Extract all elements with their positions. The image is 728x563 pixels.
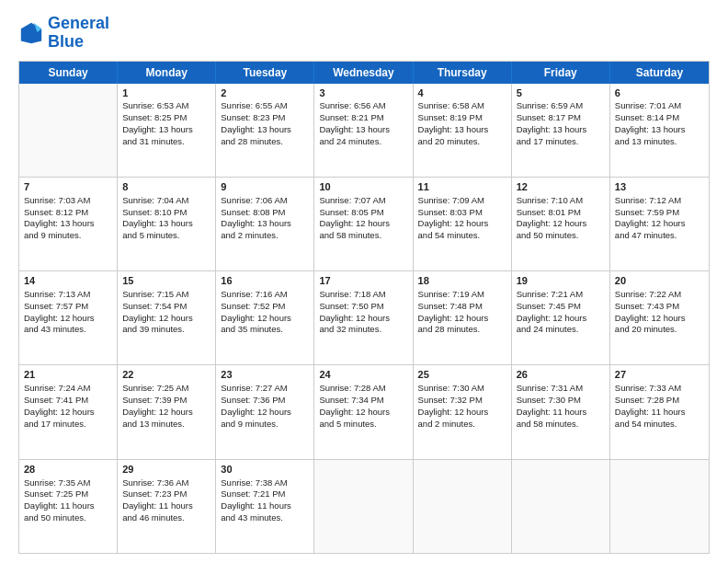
day-number: 10 — [319, 180, 407, 194]
day-info-line-0: Sunrise: 7:31 AM — [517, 383, 605, 395]
day-cell-1: 1Sunrise: 6:53 AMSunset: 8:25 PMDaylight… — [118, 84, 216, 177]
day-info-line-3: and 17 minutes. — [517, 136, 605, 148]
day-info-line-3: and 43 minutes. — [221, 512, 309, 524]
empty-cell — [512, 460, 610, 553]
day-info-line-3: and 58 minutes. — [319, 230, 407, 242]
day-info-line-1: Sunset: 7:34 PM — [319, 395, 407, 407]
day-info-line-1: Sunset: 8:05 PM — [319, 207, 407, 219]
day-info-line-1: Sunset: 8:23 PM — [221, 112, 309, 124]
day-info-line-0: Sunrise: 7:38 AM — [221, 477, 309, 489]
day-number: 30 — [221, 463, 309, 477]
calendar-body: 1Sunrise: 6:53 AMSunset: 8:25 PMDaylight… — [19, 84, 709, 553]
day-info-line-2: Daylight: 11 hours — [122, 500, 210, 512]
day-info-line-2: Daylight: 12 hours — [319, 313, 407, 325]
day-cell-29: 29Sunrise: 7:36 AMSunset: 7:23 PMDayligh… — [118, 460, 216, 553]
day-info-line-3: and 47 minutes. — [615, 230, 704, 242]
day-number: 23 — [221, 368, 309, 382]
day-number: 8 — [122, 180, 210, 194]
day-info-line-3: and 46 minutes. — [122, 512, 210, 524]
day-info-line-3: and 5 minutes. — [122, 230, 210, 242]
day-number: 20 — [615, 274, 704, 288]
day-info-line-1: Sunset: 7:48 PM — [418, 301, 506, 313]
day-info-line-1: Sunset: 8:14 PM — [615, 112, 704, 124]
day-info-line-1: Sunset: 7:54 PM — [122, 301, 210, 313]
day-number: 2 — [221, 86, 309, 100]
day-info-line-0: Sunrise: 6:59 AM — [517, 100, 605, 112]
day-info-line-3: and 2 minutes. — [418, 419, 506, 431]
day-info-line-1: Sunset: 8:12 PM — [24, 207, 112, 219]
day-number: 3 — [319, 86, 407, 100]
day-number: 5 — [517, 86, 605, 100]
day-info-line-1: Sunset: 8:17 PM — [517, 112, 605, 124]
day-cell-6: 6Sunrise: 7:01 AMSunset: 8:14 PMDaylight… — [610, 84, 709, 177]
day-number: 13 — [615, 180, 704, 194]
day-info-line-2: Daylight: 12 hours — [418, 407, 506, 419]
day-cell-30: 30Sunrise: 7:38 AMSunset: 7:21 PMDayligh… — [216, 460, 314, 553]
calendar-row-2: 14Sunrise: 7:13 AMSunset: 7:57 PMDayligh… — [19, 271, 709, 365]
header-day-sunday: Sunday — [19, 62, 118, 84]
day-info-line-0: Sunrise: 6:56 AM — [319, 100, 407, 112]
day-info-line-2: Daylight: 13 hours — [221, 124, 309, 136]
day-info-line-1: Sunset: 8:19 PM — [418, 112, 506, 124]
day-info-line-2: Daylight: 13 hours — [122, 124, 210, 136]
day-cell-25: 25Sunrise: 7:30 AMSunset: 7:32 PMDayligh… — [414, 365, 512, 458]
day-cell-9: 9Sunrise: 7:06 AMSunset: 8:08 PMDaylight… — [216, 178, 314, 270]
day-info-line-2: Daylight: 12 hours — [517, 313, 605, 325]
day-cell-14: 14Sunrise: 7:13 AMSunset: 7:57 PMDayligh… — [19, 271, 118, 364]
day-info-line-0: Sunrise: 7:04 AM — [122, 195, 210, 207]
day-info-line-2: Daylight: 12 hours — [319, 407, 407, 419]
day-info-line-1: Sunset: 7:52 PM — [221, 301, 309, 313]
day-info-line-3: and 20 minutes. — [615, 324, 704, 336]
day-cell-23: 23Sunrise: 7:27 AMSunset: 7:36 PMDayligh… — [216, 365, 314, 458]
day-info-line-1: Sunset: 8:03 PM — [418, 207, 506, 219]
day-number: 1 — [122, 86, 210, 100]
day-info-line-3: and 43 minutes. — [24, 324, 112, 336]
day-info-line-3: and 54 minutes. — [418, 230, 506, 242]
day-number: 27 — [615, 368, 704, 382]
day-cell-22: 22Sunrise: 7:25 AMSunset: 7:39 PMDayligh… — [118, 365, 216, 458]
day-info-line-0: Sunrise: 7:13 AM — [24, 289, 112, 301]
day-cell-15: 15Sunrise: 7:15 AMSunset: 7:54 PMDayligh… — [118, 271, 216, 364]
day-info-line-0: Sunrise: 7:18 AM — [319, 289, 407, 301]
calendar-header: SundayMondayTuesdayWednesdayThursdayFrid… — [19, 62, 709, 84]
header-day-saturday: Saturday — [610, 62, 709, 84]
day-info-line-2: Daylight: 11 hours — [615, 407, 704, 419]
day-info-line-3: and 58 minutes. — [517, 419, 605, 431]
day-number: 17 — [319, 274, 407, 288]
day-number: 6 — [615, 86, 704, 100]
day-info-line-0: Sunrise: 7:16 AM — [221, 289, 309, 301]
day-cell-18: 18Sunrise: 7:19 AMSunset: 7:48 PMDayligh… — [414, 271, 512, 364]
day-cell-28: 28Sunrise: 7:35 AMSunset: 7:25 PMDayligh… — [19, 460, 118, 553]
day-info-line-3: and 9 minutes. — [221, 419, 309, 431]
day-info-line-0: Sunrise: 7:24 AM — [24, 383, 112, 395]
day-number: 4 — [418, 86, 506, 100]
empty-cell — [314, 460, 413, 553]
day-cell-13: 13Sunrise: 7:12 AMSunset: 7:59 PMDayligh… — [610, 178, 709, 270]
day-number: 28 — [24, 463, 112, 477]
day-info-line-2: Daylight: 11 hours — [221, 500, 309, 512]
day-info-line-0: Sunrise: 7:27 AM — [221, 383, 309, 395]
header-day-thursday: Thursday — [414, 62, 512, 84]
day-info-line-1: Sunset: 7:21 PM — [221, 488, 309, 500]
day-info-line-3: and 17 minutes. — [24, 419, 112, 431]
day-info-line-2: Daylight: 12 hours — [24, 407, 112, 419]
day-cell-4: 4Sunrise: 6:58 AMSunset: 8:19 PMDaylight… — [414, 84, 512, 177]
day-info-line-1: Sunset: 8:21 PM — [319, 112, 407, 124]
header: General Blue — [18, 15, 710, 52]
day-info-line-2: Daylight: 12 hours — [122, 407, 210, 419]
day-info-line-0: Sunrise: 7:15 AM — [122, 289, 210, 301]
day-cell-10: 10Sunrise: 7:07 AMSunset: 8:05 PMDayligh… — [314, 178, 413, 270]
day-info-line-1: Sunset: 7:50 PM — [319, 301, 407, 313]
calendar-row-1: 7Sunrise: 7:03 AMSunset: 8:12 PMDaylight… — [19, 178, 709, 271]
day-info-line-1: Sunset: 8:25 PM — [122, 112, 210, 124]
page: General Blue SundayMondayTuesdayWednesda… — [0, 0, 728, 563]
day-info-line-2: Daylight: 11 hours — [24, 500, 112, 512]
day-info-line-1: Sunset: 7:41 PM — [24, 395, 112, 407]
day-info-line-2: Daylight: 13 hours — [517, 124, 605, 136]
day-info-line-1: Sunset: 7:39 PM — [122, 395, 210, 407]
day-info-line-0: Sunrise: 7:12 AM — [615, 195, 704, 207]
calendar: SundayMondayTuesdayWednesdayThursdayFrid… — [18, 61, 710, 554]
day-number: 26 — [517, 368, 605, 382]
day-info-line-3: and 5 minutes. — [319, 419, 407, 431]
empty-cell — [19, 84, 118, 177]
